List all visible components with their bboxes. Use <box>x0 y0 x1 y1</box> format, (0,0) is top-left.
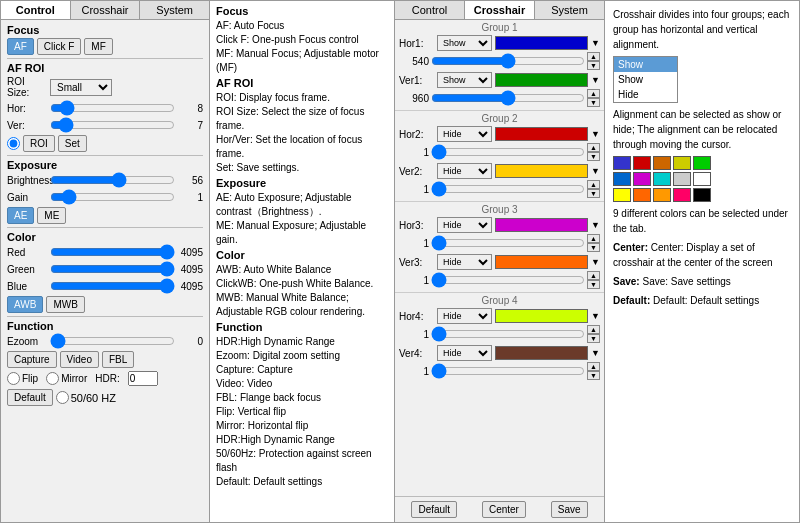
ver1-arrow[interactable]: ▼ <box>591 75 600 85</box>
hor1-slider[interactable] <box>431 54 585 68</box>
ch-default-button[interactable]: Default <box>411 501 457 518</box>
hor3-slider[interactable] <box>431 236 585 250</box>
hor4-spin-up[interactable]: ▲ <box>587 325 600 334</box>
ver2-spin-down[interactable]: ▼ <box>587 189 600 198</box>
ver1-mode-select[interactable]: ShowHide <box>437 72 492 88</box>
fbl-button[interactable]: FBL <box>102 351 134 368</box>
me-button[interactable]: ME <box>37 207 66 224</box>
ver3-spin-down[interactable]: ▼ <box>587 280 600 289</box>
ver1-spin-down[interactable]: ▼ <box>587 98 600 107</box>
red-slider[interactable] <box>50 245 175 259</box>
ae-button[interactable]: AE <box>7 207 34 224</box>
hor4-spin-down[interactable]: ▼ <box>587 334 600 343</box>
tab-control-ch[interactable]: Control <box>395 1 465 19</box>
hor3-mode-select[interactable]: ShowHide <box>437 217 492 233</box>
hor2-slider[interactable] <box>431 145 585 159</box>
mirror-radio-item[interactable]: Mirror <box>46 372 87 385</box>
color-cell-6[interactable] <box>633 172 651 186</box>
ver2-arrow[interactable]: ▼ <box>591 166 600 176</box>
hor2-spin-down[interactable]: ▼ <box>587 152 600 161</box>
af-button[interactable]: AF <box>7 38 34 55</box>
ver4-spin-down[interactable]: ▼ <box>587 371 600 380</box>
ver3-slider[interactable] <box>431 273 585 287</box>
hor4-slider[interactable] <box>431 327 585 341</box>
ezoom-slider[interactable] <box>50 334 175 348</box>
color-cell-2[interactable] <box>653 156 671 170</box>
mirror-radio[interactable] <box>46 372 59 385</box>
ver-slider[interactable] <box>50 118 175 132</box>
gain-slider[interactable] <box>50 190 175 204</box>
color-cell-11[interactable] <box>633 188 651 202</box>
green-slider[interactable] <box>50 262 175 276</box>
tab-crosshair-ch[interactable]: Crosshair <box>465 1 535 19</box>
ver2-spin-up[interactable]: ▲ <box>587 180 600 189</box>
ver2-color-box[interactable] <box>495 164 588 178</box>
hide-option[interactable]: Hide <box>614 87 677 102</box>
hor1-color-box[interactable] <box>495 36 588 50</box>
color-cell-10[interactable] <box>613 188 631 202</box>
color-cell-14[interactable] <box>693 188 711 202</box>
ch-center-button[interactable]: Center <box>482 501 526 518</box>
ver3-arrow[interactable]: ▼ <box>591 257 600 267</box>
hor3-color-box[interactable] <box>495 218 588 232</box>
color-cell-4[interactable] <box>693 156 711 170</box>
hor1-arrow[interactable]: ▼ <box>591 38 600 48</box>
tab-control[interactable]: Control <box>1 1 71 19</box>
hdr-input[interactable] <box>128 371 158 386</box>
color-cell-1[interactable] <box>633 156 651 170</box>
tab-crosshair-left[interactable]: Crosshair <box>71 1 141 19</box>
default-button[interactable]: Default <box>7 389 53 406</box>
hz-radio-item[interactable]: 50/60 HZ <box>56 391 116 404</box>
ver4-arrow[interactable]: ▼ <box>591 348 600 358</box>
color-cell-0[interactable] <box>613 156 631 170</box>
hor3-arrow[interactable]: ▼ <box>591 220 600 230</box>
ver4-color-box[interactable] <box>495 346 588 360</box>
color-cell-3[interactable] <box>673 156 691 170</box>
flip-radio[interactable] <box>7 372 20 385</box>
hor3-spin-down[interactable]: ▼ <box>587 243 600 252</box>
color-cell-8[interactable] <box>673 172 691 186</box>
ch-save-button[interactable]: Save <box>551 501 588 518</box>
roi-size-select[interactable]: SmallMediumLarge <box>50 79 112 96</box>
flip-radio-item[interactable]: Flip <box>7 372 38 385</box>
ver3-color-box[interactable] <box>495 255 588 269</box>
video-button[interactable]: Video <box>60 351 99 368</box>
ver4-slider[interactable] <box>431 364 585 378</box>
ver1-spin-up[interactable]: ▲ <box>587 89 600 98</box>
ver1-color-box[interactable] <box>495 73 588 87</box>
ver4-mode-select[interactable]: ShowHide <box>437 345 492 361</box>
ver2-slider[interactable] <box>431 182 585 196</box>
hor2-spin-up[interactable]: ▲ <box>587 143 600 152</box>
hor4-arrow[interactable]: ▼ <box>591 311 600 321</box>
hor4-color-box[interactable] <box>495 309 588 323</box>
brightness-slider[interactable] <box>50 173 175 187</box>
color-cell-5[interactable] <box>613 172 631 186</box>
hor2-arrow[interactable]: ▼ <box>591 129 600 139</box>
awb-button[interactable]: AWB <box>7 296 43 313</box>
ver3-mode-select[interactable]: ShowHide <box>437 254 492 270</box>
show-option2[interactable]: Show <box>614 72 677 87</box>
hor1-spin-down[interactable]: ▼ <box>587 61 600 70</box>
color-cell-13[interactable] <box>673 188 691 202</box>
capture-button[interactable]: Capture <box>7 351 57 368</box>
ver1-slider[interactable] <box>431 91 585 105</box>
mwb-button[interactable]: MWB <box>46 296 84 313</box>
tab-system-ch[interactable]: System <box>535 1 604 19</box>
roi-radio[interactable] <box>7 137 20 150</box>
ver3-spin-up[interactable]: ▲ <box>587 271 600 280</box>
hor4-mode-select[interactable]: ShowHide <box>437 308 492 324</box>
hor2-color-box[interactable] <box>495 127 588 141</box>
mf-button[interactable]: MF <box>84 38 112 55</box>
show-option[interactable]: Show <box>614 57 677 72</box>
tab-system-left[interactable]: System <box>140 1 209 19</box>
ver4-spin-up[interactable]: ▲ <box>587 362 600 371</box>
ver2-mode-select[interactable]: ShowHide <box>437 163 492 179</box>
blue-slider[interactable] <box>50 279 175 293</box>
set-button[interactable]: Set <box>58 135 87 152</box>
hor3-spin-up[interactable]: ▲ <box>587 234 600 243</box>
hor2-mode-select[interactable]: ShowHide <box>437 126 492 142</box>
color-cell-7[interactable] <box>653 172 671 186</box>
clickf-button[interactable]: Click F <box>37 38 82 55</box>
hz-radio[interactable] <box>56 391 69 404</box>
hor1-spin-up[interactable]: ▲ <box>587 52 600 61</box>
